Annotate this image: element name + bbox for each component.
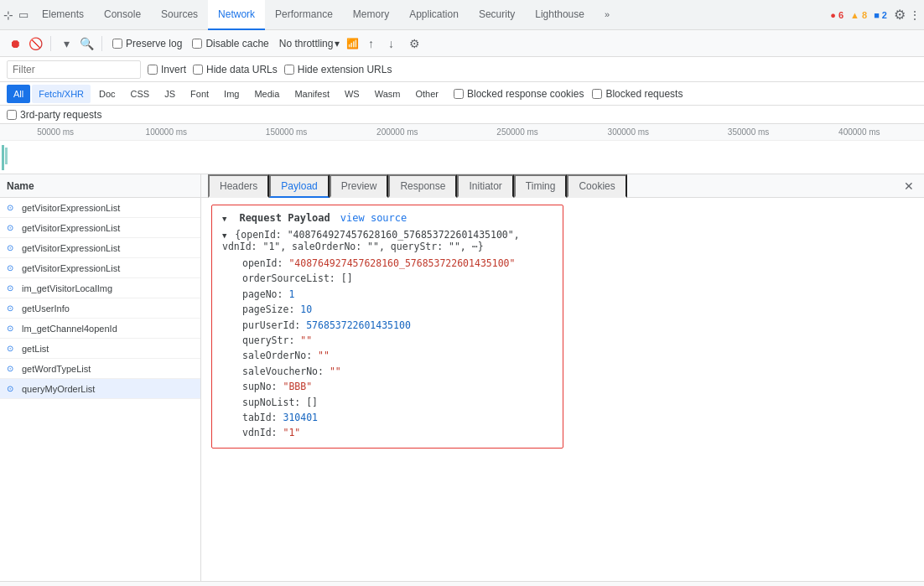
third-party-checkbox[interactable]: 3rd-party requests: [7, 109, 101, 121]
tick-7: 400000 ms: [838, 127, 880, 137]
upload-icon[interactable]: ↑: [362, 35, 379, 52]
tab-memory[interactable]: Memory: [343, 0, 399, 30]
clear-btn[interactable]: 🚫: [27, 35, 44, 52]
hide-data-urls-checkbox[interactable]: Hide data URLs: [193, 64, 278, 75]
tab-badges: ● 6 ▲ 8 ■ 2: [830, 10, 887, 20]
filter-input[interactable]: [7, 60, 141, 79]
request-item[interactable]: ⊙getUserInfo: [0, 298, 200, 319]
request-name: im_getVisitorLocalImg: [22, 283, 194, 293]
warning-badge: ▲ 8: [850, 10, 867, 20]
preserve-log-checkbox[interactable]: Preserve log: [112, 38, 182, 49]
type-btn-doc[interactable]: Doc: [92, 85, 122, 103]
payload-field: saleVoucherNo: "": [222, 364, 553, 379]
request-item[interactable]: ⊙getVisitorExpressionList: [0, 198, 200, 218]
detail-tab-response[interactable]: Response: [388, 174, 457, 198]
request-name: getUserInfo: [22, 303, 194, 314]
tab-application[interactable]: Application: [399, 0, 469, 30]
request-item[interactable]: ⊙getList: [0, 339, 200, 359]
request-name: getVisitorExpressionList: [22, 223, 194, 233]
tick-1: 100000 ms: [146, 127, 187, 137]
content-area: Name ⊙getVisitorExpressionList⊙getVisito…: [0, 174, 924, 581]
tab-performance[interactable]: Performance: [265, 0, 343, 30]
detail-tab-headers[interactable]: Headers: [208, 174, 269, 198]
tab-elements[interactable]: Elements: [32, 0, 94, 30]
device-icon[interactable]: ▭: [18, 8, 29, 21]
more-icon[interactable]: ⋮: [909, 8, 921, 22]
type-btn-font[interactable]: Font: [184, 85, 215, 103]
disable-cache-checkbox[interactable]: Disable cache: [192, 38, 268, 49]
type-btn-css[interactable]: CSS: [124, 85, 157, 103]
detail-tab-cookies[interactable]: Cookies: [567, 174, 626, 198]
info-badge: ■ 2: [874, 10, 887, 20]
request-name: lm_getChannel4openId: [22, 324, 194, 334]
view-source-link[interactable]: view source: [340, 212, 407, 224]
tab-more[interactable]: »: [594, 0, 620, 30]
throttle-select[interactable]: No throttling ▾: [276, 36, 344, 51]
request-type-icon: ⊙: [7, 303, 18, 313]
type-btn-manifest[interactable]: Manifest: [288, 85, 336, 103]
request-list: Name ⊙getVisitorExpressionList⊙getVisito…: [0, 174, 201, 581]
payload-field: openId: "408764927457628160_576853722601…: [222, 256, 553, 271]
hide-ext-urls-checkbox[interactable]: Hide extension URLs: [284, 64, 392, 75]
payload-field: tabId: 310401: [222, 410, 553, 425]
type-btn-ws[interactable]: WS: [338, 85, 366, 103]
payload-fields: openId: "408764927457628160_576853722601…: [222, 256, 553, 441]
tab-security[interactable]: Security: [469, 0, 525, 30]
payload-field: pageSize: 10: [222, 302, 553, 317]
request-item[interactable]: ⊙getVisitorExpressionList: [0, 258, 200, 278]
type-btn-other[interactable]: Other: [408, 85, 445, 103]
blocked-requests-checkbox[interactable]: Blocked requests: [592, 88, 683, 100]
status-bar: 10 / 194 requests 21.6 kB / 77 CSDN @天黑请…: [0, 581, 924, 586]
inspect-icon[interactable]: ⊹: [3, 8, 13, 22]
request-item[interactable]: ⊙getVisitorExpressionList: [0, 218, 200, 238]
record-btn[interactable]: ⏺: [7, 35, 23, 52]
request-name: getList: [22, 344, 194, 354]
filter-row: Invert Hide data URLs Hide extension URL…: [0, 57, 924, 82]
detail-close-btn[interactable]: ✕: [901, 179, 917, 193]
request-item[interactable]: ⊙getWordTypeList: [0, 359, 200, 379]
tab-console[interactable]: Console: [94, 0, 151, 30]
payload-field: vdnId: "1": [222, 425, 553, 440]
download-icon[interactable]: ↓: [382, 35, 399, 52]
request-item[interactable]: ⊙getVisitorExpressionList: [0, 238, 200, 258]
payload-expand-icon[interactable]: [222, 212, 229, 224]
devtools-icons: ⊹ ▭: [3, 8, 29, 22]
devtools-tab-bar: ⊹ ▭ Elements Console Sources Network Per…: [0, 0, 924, 30]
request-type-icon: ⊙: [7, 203, 18, 212]
wifi-icon: 📶: [346, 38, 359, 49]
type-btn-fetch[interactable]: Fetch/XHR: [32, 85, 91, 103]
tab-sources[interactable]: Sources: [151, 0, 208, 30]
request-item[interactable]: ⊙queryMyOrderList: [0, 379, 200, 399]
request-name: getVisitorExpressionList: [22, 243, 194, 253]
request-list-header: Name: [0, 174, 200, 198]
detail-tab-payload[interactable]: Payload: [269, 174, 329, 198]
tick-3: 200000 ms: [376, 127, 418, 137]
filter-icon[interactable]: ▾: [58, 35, 75, 52]
request-item[interactable]: ⊙lm_getChannel4openId: [0, 319, 200, 339]
payload-field: queryStr: "": [222, 333, 553, 348]
blocked-cookies-checkbox[interactable]: Blocked response cookies: [454, 88, 584, 100]
type-btn-all[interactable]: All: [7, 85, 30, 103]
detail-tab-initiator[interactable]: Initiator: [457, 174, 513, 198]
type-btn-wasm[interactable]: Wasm: [368, 85, 407, 103]
tab-network[interactable]: Network: [208, 0, 265, 30]
detail-tab-timing[interactable]: Timing: [514, 174, 568, 198]
type-btn-media[interactable]: Media: [247, 85, 286, 103]
detail-tab-preview[interactable]: Preview: [330, 174, 389, 198]
detail-content: Request Payload view source {openId: "40…: [201, 198, 924, 581]
invert-checkbox[interactable]: Invert: [148, 64, 186, 75]
tick-5: 300000 ms: [608, 127, 649, 137]
search-icon[interactable]: 🔍: [78, 35, 95, 52]
request-type-icon: ⊙: [7, 283, 18, 293]
request-item[interactable]: ⊙im_getVisitorLocalImg: [0, 278, 200, 298]
network-settings-icon[interactable]: ⚙: [406, 35, 423, 52]
request-type-icon: ⊙: [7, 324, 18, 333]
type-btn-js[interactable]: JS: [158, 85, 182, 103]
payload-field: supNoList: []: [222, 395, 553, 410]
type-btn-img[interactable]: Img: [217, 85, 246, 103]
payload-obj-expand[interactable]: [222, 229, 229, 241]
payload-field: purUserId: 576853722601435100: [222, 318, 553, 333]
tab-lighthouse[interactable]: Lighthouse: [525, 0, 594, 30]
tick-4: 250000 ms: [496, 127, 537, 137]
settings-icon[interactable]: ⚙: [894, 7, 906, 23]
